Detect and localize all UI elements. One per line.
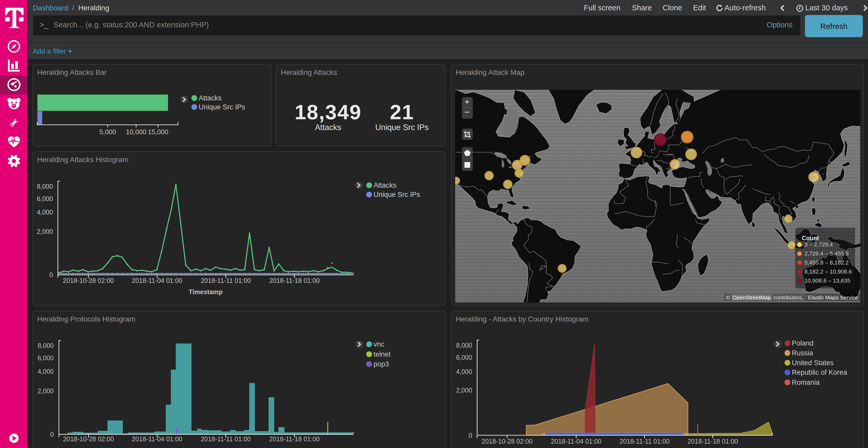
svg-text:2018-10-28 02:00: 2018-10-28 02:00	[63, 277, 114, 284]
svg-text:Timestamp: Timestamp	[188, 288, 222, 295]
svg-text:2,729.4 – 5,455.8: 2,729.4 – 5,455.8	[804, 250, 848, 256]
svg-text:Count: Count	[802, 235, 819, 241]
svg-text:Republic of Korea: Republic of Korea	[792, 368, 847, 376]
svg-text:8,000: 8,000	[36, 182, 53, 190]
svg-text:vnc: vnc	[373, 340, 384, 348]
svg-text:2018-11-18 01:00: 2018-11-18 01:00	[687, 438, 738, 445]
svg-text:pop3: pop3	[373, 360, 389, 368]
svg-text:4,000: 4,000	[37, 368, 54, 375]
svg-text:3 – 2,729.4: 3 – 2,729.4	[804, 241, 833, 247]
svg-text:2018-11-11 01:00: 2018-11-11 01:00	[200, 277, 251, 284]
svg-text:Unique Src IPs: Unique Src IPs	[373, 191, 420, 198]
svg-text:2018-11-04 01:00: 2018-11-04 01:00	[131, 277, 182, 284]
svg-text:Attacks: Attacks	[373, 181, 396, 189]
svg-text:2018-10-28 02:00: 2018-10-28 02:00	[481, 438, 532, 445]
svg-text:0: 0	[468, 432, 472, 439]
svg-text:2018-11-18 01:00: 2018-11-18 01:00	[269, 277, 319, 284]
svg-text:8,182.2 – 10,908.6: 8,182.2 – 10,908.6	[804, 268, 852, 275]
svg-text:United States: United States	[792, 359, 833, 367]
svg-text:6,000: 6,000	[36, 195, 53, 202]
svg-text:2018-11-18 01:00: 2018-11-18 01:00	[269, 435, 319, 442]
svg-text:Romania: Romania	[792, 378, 820, 386]
svg-text:2018-11-04 01:00: 2018-11-04 01:00	[551, 438, 601, 445]
svg-text:10,000: 10,000	[126, 128, 146, 136]
svg-text:Attacks: Attacks	[198, 94, 221, 102]
svg-text:2018-11-11 01:00: 2018-11-11 01:00	[200, 435, 251, 442]
svg-text:4,000: 4,000	[36, 208, 53, 215]
svg-text:Poland: Poland	[792, 339, 813, 347]
svg-text:2,000: 2,000	[456, 386, 472, 393]
svg-text:Unique Src IPs: Unique Src IPs	[198, 103, 245, 111]
svg-text:5,455.8 – 8,182.2: 5,455.8 – 8,182.2	[804, 259, 848, 266]
svg-text:Russia: Russia	[792, 349, 813, 357]
svg-text:2,000: 2,000	[37, 387, 54, 394]
svg-text:10,908.6 – 13,635: 10,908.6 – 13,635	[804, 277, 850, 284]
svg-text:4,000: 4,000	[456, 368, 472, 375]
svg-text:6,000: 6,000	[37, 354, 54, 361]
svg-text:2,000: 2,000	[36, 228, 53, 235]
svg-text:15,000: 15,000	[148, 128, 168, 136]
svg-text:5,000: 5,000	[99, 128, 116, 136]
svg-text:6,000: 6,000	[456, 353, 472, 361]
svg-text:telnet: telnet	[373, 350, 391, 358]
svg-text:2018-10-28 02:00: 2018-10-28 02:00	[63, 435, 114, 442]
svg-text:8,000: 8,000	[37, 342, 54, 349]
svg-text:2018-11-11 01:00: 2018-11-11 01:00	[619, 438, 669, 445]
svg-text:2018-11-04 01:00: 2018-11-04 01:00	[131, 435, 182, 442]
svg-text:0: 0	[50, 430, 54, 438]
svg-text:0: 0	[49, 271, 53, 278]
svg-text:8,000: 8,000	[456, 341, 472, 349]
